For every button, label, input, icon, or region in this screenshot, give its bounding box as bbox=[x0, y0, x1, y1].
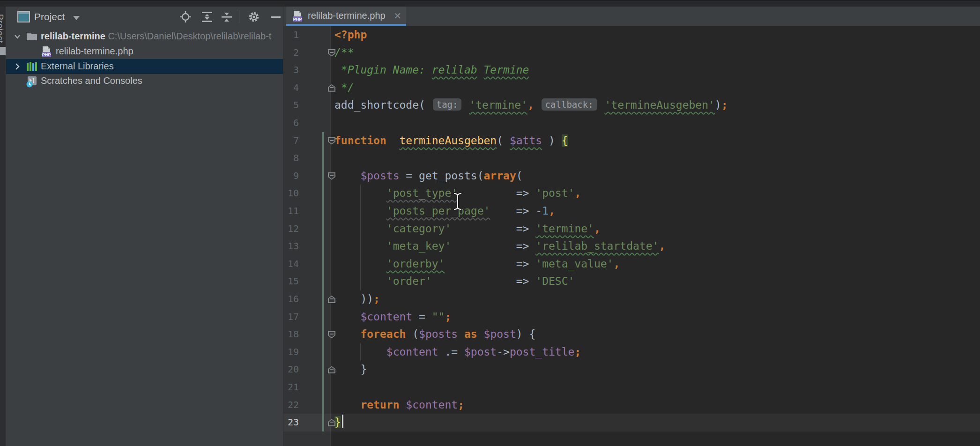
fold-end-icon[interactable] bbox=[328, 296, 335, 303]
code-line[interactable]: 'category' => 'termine', bbox=[334, 220, 601, 238]
line-number[interactable]: 19 bbox=[283, 343, 299, 361]
fold-start-icon[interactable] bbox=[328, 137, 335, 145]
line-number[interactable]: 14 bbox=[283, 255, 299, 273]
line-number[interactable]: 9 bbox=[283, 167, 299, 185]
code-line[interactable]: *Plugin Name: relilab Termine bbox=[334, 61, 529, 79]
external-libraries-icon bbox=[26, 61, 38, 72]
text-cursor bbox=[453, 192, 463, 211]
code-line[interactable]: add_shortcode( tag: 'termine', callback:… bbox=[334, 97, 728, 114]
caret bbox=[342, 415, 343, 428]
tree-item-label: relilab-termine.php bbox=[56, 46, 134, 57]
project-tool-window-icon bbox=[17, 11, 30, 22]
scratches-icon bbox=[26, 75, 38, 87]
line-number[interactable]: 21 bbox=[283, 379, 299, 396]
gear-icon bbox=[247, 10, 261, 23]
tree-item-relilab-termine-php[interactable]: PHPrelilab-termine.php bbox=[6, 44, 283, 59]
tool-window-stripe[interactable]: Project bbox=[0, 7, 6, 446]
line-number[interactable]: 12 bbox=[283, 220, 299, 238]
line-number[interactable]: 20 bbox=[283, 361, 299, 379]
line-number[interactable]: 11 bbox=[283, 202, 299, 220]
expand-all-icon bbox=[200, 10, 214, 23]
fold-start-icon[interactable] bbox=[328, 172, 335, 180]
code-line[interactable]: 'order' => 'DESC' bbox=[334, 273, 574, 290]
editor-tab-bar: PHP relilab-termine.php ✕ bbox=[283, 7, 980, 26]
project-panel-title[interactable]: Project bbox=[34, 11, 65, 22]
code-line[interactable]: 'meta_key' => 'relilab_startdate', bbox=[334, 238, 665, 255]
toolbar-separator bbox=[239, 10, 239, 23]
svg-text:PHP: PHP bbox=[293, 17, 302, 22]
code-line[interactable]: /** bbox=[334, 44, 354, 62]
line-number[interactable]: 15 bbox=[283, 273, 299, 290]
project-panel-header: Project bbox=[6, 7, 283, 27]
line-number[interactable]: 2 bbox=[283, 44, 299, 62]
line-number[interactable]: 10 bbox=[283, 185, 299, 202]
php-file-icon: PHP bbox=[292, 10, 303, 22]
code-line[interactable]: <?php bbox=[334, 26, 367, 44]
editor-pane: PHP relilab-termine.php ✕ <?php/** *Plug… bbox=[283, 7, 980, 446]
code-line[interactable]: $content .= $post->post_title; bbox=[334, 343, 581, 361]
line-number[interactable]: 7 bbox=[283, 132, 299, 150]
tree-item-external-libraries[interactable]: External Libraries bbox=[6, 59, 283, 74]
code-editor[interactable]: <?php/** *Plugin Name: relilab Termine *… bbox=[283, 26, 980, 446]
tree-item-relilab-termine[interactable]: relilab-termine C:\Users\Daniel\Desktop\… bbox=[6, 29, 283, 44]
line-number[interactable]: 3 bbox=[283, 61, 299, 79]
svg-text:PHP: PHP bbox=[42, 52, 51, 57]
chevron-right-icon[interactable] bbox=[13, 62, 22, 71]
locate-target-icon bbox=[178, 10, 193, 23]
settings-button[interactable] bbox=[247, 10, 261, 23]
tree-item-label: relilab-termine C:\Users\Daniel\Desktop\… bbox=[41, 31, 271, 42]
tab-close-icon[interactable]: ✕ bbox=[393, 10, 401, 22]
line-number[interactable]: 13 bbox=[283, 238, 299, 255]
expand-all-button[interactable] bbox=[200, 10, 214, 23]
tree-item-label: External Libraries bbox=[41, 61, 114, 72]
line-number[interactable]: 1 bbox=[283, 26, 299, 44]
dropdown-caret-icon[interactable] bbox=[73, 16, 80, 20]
line-number[interactable]: 4 bbox=[283, 79, 299, 97]
line-number[interactable]: 16 bbox=[283, 290, 299, 308]
php-file-icon: PHP bbox=[41, 46, 53, 57]
fold-end-icon[interactable] bbox=[328, 419, 335, 426]
code-line[interactable]: } bbox=[334, 361, 367, 379]
line-number[interactable]: 6 bbox=[283, 114, 299, 132]
editor-tab[interactable]: PHP relilab-termine.php ✕ bbox=[286, 7, 406, 26]
line-number[interactable]: 22 bbox=[283, 396, 299, 414]
current-line-highlight bbox=[283, 414, 980, 431]
tree-item-scratches-and-consoles[interactable]: Scratches and Consoles bbox=[6, 74, 283, 89]
project-panel: Project bbox=[6, 7, 283, 446]
window-top-strip bbox=[0, 0, 980, 7]
fold-start-icon[interactable] bbox=[328, 331, 335, 338]
code-line[interactable]: function termineAusgeben( $atts ) { bbox=[334, 132, 568, 150]
line-number[interactable]: 18 bbox=[283, 326, 299, 343]
minus-icon bbox=[269, 10, 283, 23]
collapse-all-button[interactable] bbox=[220, 10, 234, 23]
code-line[interactable]: )); bbox=[334, 290, 380, 308]
code-line[interactable]: foreach ($posts as $post) { bbox=[334, 326, 535, 343]
vcs-change-bar[interactable] bbox=[322, 132, 324, 431]
fold-end-icon[interactable] bbox=[328, 366, 335, 373]
tool-window-stripe-icon[interactable] bbox=[0, 47, 6, 55]
code-line[interactable]: } bbox=[334, 414, 343, 431]
hide-panel-button[interactable] bbox=[269, 10, 283, 23]
tab-label: relilab-termine.php bbox=[308, 10, 386, 21]
folder-icon bbox=[26, 31, 38, 42]
code-line[interactable]: $content = ""; bbox=[334, 308, 451, 326]
tree-item-path: C:\Users\Daniel\Desktop\relilab\relilab-… bbox=[105, 31, 272, 41]
code-line[interactable]: */ bbox=[334, 79, 354, 97]
code-line[interactable]: 'posts_per_page' => -1, bbox=[334, 202, 555, 220]
tree-item-label: Scratches and Consoles bbox=[41, 75, 142, 86]
code-line[interactable]: 'orderby' => 'meta_value', bbox=[334, 255, 620, 273]
code-line[interactable]: return $content; bbox=[334, 396, 464, 414]
line-number[interactable]: 8 bbox=[283, 149, 299, 167]
code-line[interactable]: $posts = get_posts(array( bbox=[334, 167, 523, 185]
line-number[interactable]: 23 bbox=[283, 414, 299, 431]
line-number[interactable]: 17 bbox=[283, 308, 299, 326]
select-opened-file-button[interactable] bbox=[178, 10, 193, 23]
stripe-label-project[interactable]: Project bbox=[0, 14, 5, 44]
fold-start-icon[interactable] bbox=[328, 49, 335, 57]
line-number[interactable]: 5 bbox=[283, 97, 299, 114]
fold-end-icon[interactable] bbox=[328, 84, 335, 92]
chevron-down-icon[interactable] bbox=[13, 32, 22, 41]
collapse-all-icon bbox=[220, 10, 234, 23]
